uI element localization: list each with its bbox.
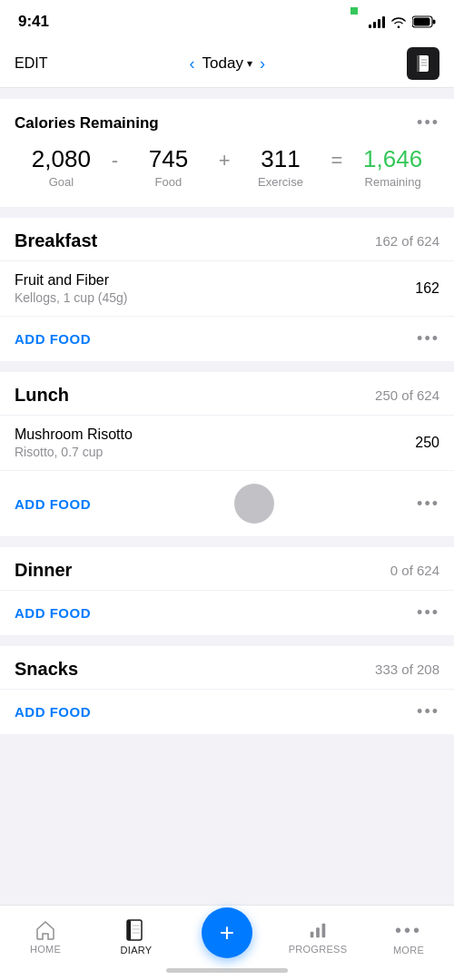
meal-calories-lunch: 250 of 624: [375, 387, 439, 403]
table-row[interactable]: Fruit and Fiber Kellogs, 1 cup (45g) 162: [0, 261, 454, 317]
status-time: 9:41: [18, 13, 49, 31]
svg-rect-13: [311, 932, 314, 937]
status-icons: [369, 15, 436, 28]
meal-more-button-lunch[interactable]: •••: [417, 495, 439, 514]
tab-progress[interactable]: PROGRESS: [272, 913, 363, 955]
meal-calories-dinner: 0 of 624: [390, 563, 439, 578]
meal-title-breakfast: Breakfast: [15, 230, 97, 251]
meal-section-dinner: Dinner 0 of 624 ADD FOOD •••: [0, 547, 454, 635]
food-calories: 250: [415, 435, 439, 451]
progress-icon: [308, 920, 328, 940]
calories-card: Calories Remaining ••• 2,080 Goal - 745 …: [0, 99, 454, 207]
table-row[interactable]: Mushroom Risotto Risotto, 0.7 cup 250: [0, 416, 454, 471]
nav-bar: EDIT ‹ Today ▾ ›: [0, 40, 454, 88]
more-icon: •••: [395, 920, 422, 941]
meal-title-lunch: Lunch: [15, 385, 69, 406]
food-calories: 162: [415, 280, 439, 297]
remaining-label: Remaining: [365, 175, 421, 189]
food-item-info: Fruit and Fiber Kellogs, 1 cup (45g): [15, 272, 404, 305]
meal-more-button-breakfast[interactable]: •••: [417, 329, 439, 348]
calories-row: 2,080 Goal - 745 Food + 311 Exercise = 1…: [15, 145, 439, 189]
add-button[interactable]: +: [202, 907, 252, 958]
meal-section-snacks: Snacks 333 of 208 ADD FOOD •••: [0, 646, 454, 734]
exercise-item: 311 Exercise: [234, 145, 328, 189]
meal-more-button-dinner[interactable]: •••: [417, 603, 439, 622]
tab-diary-label: DIARY: [121, 945, 153, 956]
tab-more-label: MORE: [393, 945, 424, 956]
goal-value: 2,080: [32, 145, 91, 173]
svg-rect-9: [127, 920, 131, 940]
add-food-button-snacks[interactable]: ADD FOOD: [15, 704, 91, 720]
food-item: 745 Food: [122, 145, 215, 189]
tab-more[interactable]: ••• MORE: [363, 913, 454, 956]
calories-more-button[interactable]: •••: [417, 113, 439, 132]
tab-home[interactable]: HOME: [0, 913, 91, 955]
calories-header: Calories Remaining •••: [15, 113, 439, 132]
add-food-row-snacks: ADD FOOD •••: [0, 690, 454, 734]
svg-rect-14: [316, 927, 320, 937]
home-icon: [35, 920, 56, 940]
signal-icon: [369, 15, 385, 28]
exercise-value: 311: [261, 145, 300, 173]
meal-title-dinner: Dinner: [15, 560, 72, 581]
diary-tab-icon: [126, 919, 146, 941]
date-picker[interactable]: Today ▾: [202, 54, 252, 73]
battery-icon: [412, 15, 436, 28]
svg-rect-15: [322, 924, 326, 938]
meal-title-snacks: Snacks: [15, 659, 78, 680]
exercise-label: Exercise: [258, 175, 303, 189]
edit-button[interactable]: EDIT: [15, 55, 47, 72]
calories-title: Calories Remaining: [15, 114, 159, 132]
date-navigation: ‹ Today ▾ ›: [190, 54, 265, 74]
status-dot: [350, 7, 358, 15]
goal-label: Goal: [49, 175, 74, 189]
add-food-button-breakfast[interactable]: ADD FOOD: [15, 331, 91, 347]
current-date: Today: [202, 54, 243, 73]
svg-rect-1: [433, 20, 436, 24]
svg-rect-2: [414, 18, 430, 26]
food-detail: Kellogs, 1 cup (45g): [15, 290, 404, 305]
food-name: Mushroom Risotto: [15, 426, 404, 443]
meal-section-lunch: Lunch 250 of 624 Mushroom Risotto Risott…: [0, 372, 454, 536]
tab-diary[interactable]: DIARY: [91, 912, 182, 956]
tab-progress-label: PROGRESS: [289, 944, 348, 955]
add-food-button-lunch[interactable]: ADD FOOD: [15, 496, 91, 512]
meal-section-breakfast: Breakfast 162 of 624 Fruit and Fiber Kel…: [0, 218, 454, 361]
meal-more-button-snacks[interactable]: •••: [417, 702, 439, 721]
home-indicator: [166, 968, 288, 973]
remaining-value: 1,646: [363, 145, 422, 173]
minus-operator: -: [108, 145, 122, 172]
prev-day-button[interactable]: ‹: [190, 54, 195, 74]
plus-operator: +: [215, 145, 234, 172]
tab-add[interactable]: +: [182, 909, 272, 958]
status-bar: 9:41: [0, 0, 454, 40]
meal-header-breakfast: Breakfast 162 of 624: [0, 218, 454, 261]
add-food-button-dinner[interactable]: ADD FOOD: [15, 605, 91, 621]
meal-calories-snacks: 333 of 208: [375, 662, 439, 677]
add-food-row-breakfast: ADD FOOD •••: [0, 317, 454, 361]
next-day-button[interactable]: ›: [260, 54, 265, 74]
tab-home-label: HOME: [30, 944, 61, 955]
add-food-row-dinner: ADD FOOD •••: [0, 591, 454, 635]
diary-icon[interactable]: [407, 47, 439, 80]
food-label: Food: [155, 175, 183, 189]
goal-item: 2,080 Goal: [15, 145, 108, 189]
meal-calories-breakfast: 162 of 624: [375, 233, 439, 249]
svg-rect-4: [417, 55, 419, 72]
equals-operator: =: [327, 145, 346, 172]
remaining-item: 1,646 Remaining: [346, 145, 439, 189]
add-food-row-lunch: ADD FOOD •••: [0, 471, 454, 536]
meal-header-snacks: Snacks 333 of 208: [0, 646, 454, 690]
meal-header-lunch: Lunch 250 of 624: [0, 372, 454, 416]
wifi-icon: [390, 15, 407, 28]
food-item-info: Mushroom Risotto Risotto, 0.7 cup: [15, 426, 404, 459]
food-value: 745: [149, 145, 188, 173]
food-detail: Risotto, 0.7 cup: [15, 445, 404, 459]
food-name: Fruit and Fiber: [15, 272, 404, 289]
dropdown-icon: ▾: [247, 57, 252, 70]
meals-container: Breakfast 162 of 624 Fruit and Fiber Kel…: [0, 218, 454, 734]
meal-header-dinner: Dinner 0 of 624: [0, 547, 454, 591]
